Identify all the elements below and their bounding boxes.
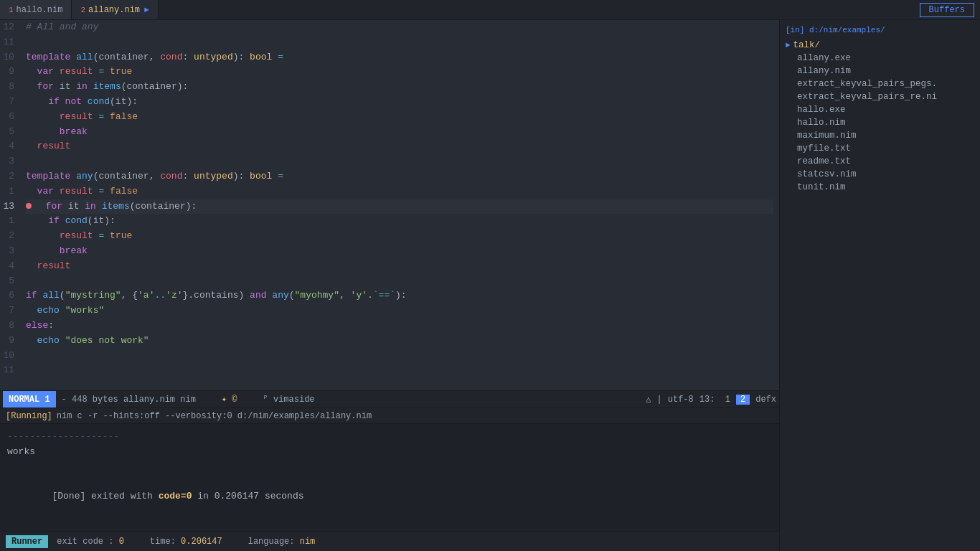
tab-bar-left: 1 hallo.nim 2 allany.nim ► bbox=[0, 0, 159, 19]
ln-4b: 4 bbox=[0, 259, 14, 274]
sidebar-item-hallo-exe[interactable]: hallo.exe bbox=[780, 103, 980, 116]
runner-exit-label: exit code : bbox=[57, 537, 113, 547]
status-icon: ✦ © bbox=[222, 395, 237, 405]
ln-4: 4 bbox=[0, 139, 14, 154]
runner-time-label: time: bbox=[150, 537, 176, 547]
ln-3b: 3 bbox=[0, 244, 14, 259]
sidebar-folder-talk[interactable]: ► talk/ bbox=[780, 39, 980, 52]
ln-11: 11 bbox=[0, 35, 14, 50]
ln-1: 1 bbox=[0, 184, 14, 199]
sidebar-item-statcsv-nim[interactable]: statcsv.nim bbox=[780, 168, 980, 181]
term-blank bbox=[7, 460, 772, 475]
term-done: [Done] exited with code=0 in 0.206147 se… bbox=[7, 474, 772, 519]
sidebar-item-allany-exe[interactable]: allany.exe bbox=[780, 52, 980, 65]
ln-10b: 10 bbox=[0, 349, 14, 364]
code-line-blank4 bbox=[26, 349, 773, 364]
ln-2b: 2 bbox=[0, 229, 14, 244]
term-separator: -------------------- bbox=[7, 430, 772, 445]
code-line-template-all: template all(container, cond: untyped): … bbox=[26, 50, 773, 65]
status-bufnum: 2 bbox=[736, 395, 750, 405]
ln-1b: 1 bbox=[0, 214, 14, 229]
code-line-comment: # All and any bbox=[26, 20, 773, 35]
terminal-pane[interactable]: -------------------- works [Done] exited… bbox=[0, 423, 779, 531]
sidebar-item-extract-keyval-pegs[interactable]: extract_keyval_pairs_pegs. bbox=[780, 77, 980, 90]
running-bar: [Running] nim c -r --hints:off --verbosi… bbox=[0, 408, 779, 423]
code-line-blank5 bbox=[26, 363, 773, 378]
file-label-readme-txt: readme.txt bbox=[797, 156, 851, 166]
status-info-text: - 448 bytes allany.nim nim bbox=[62, 395, 196, 405]
code-line-echo-notwork: echo "does not work" bbox=[26, 334, 773, 349]
main-area: 12 11 10 9 8 7 6 5 4 3 2 1 13 1 2 3 4 5 … bbox=[0, 20, 980, 551]
file-label-allany-nim: allany.nim bbox=[797, 66, 851, 76]
line-numbers: 12 11 10 9 8 7 6 5 4 3 2 1 13 1 2 3 4 5 … bbox=[0, 20, 20, 390]
ln-13: 13 bbox=[0, 199, 14, 215]
ln-6: 6 bbox=[0, 110, 14, 125]
code-line-var-result-true: var result = true bbox=[26, 65, 773, 80]
status-info: - 448 bytes allany.nim nim ✦ © ᴾ vimasid… bbox=[59, 394, 646, 405]
tab-allany-nim[interactable]: 2 allany.nim ► bbox=[72, 0, 158, 19]
ln-5: 5 bbox=[0, 125, 14, 140]
ln-9b: 9 bbox=[0, 334, 14, 349]
runner-bar: Runner exit code : 0 time: 0.206147 lang… bbox=[0, 531, 779, 551]
folder-arrow-icon: ► bbox=[786, 41, 791, 50]
code-line-var-result-false: var result = false bbox=[26, 184, 773, 199]
file-label-maximum-nim: maximum.nim bbox=[797, 131, 857, 141]
ln-2: 2 bbox=[0, 169, 14, 184]
sidebar-item-readme-txt[interactable]: readme.txt bbox=[780, 155, 980, 168]
tab-label-1: hallo.nim bbox=[17, 5, 63, 15]
status-right: △ | utf-8 13: 1 2 defx bbox=[646, 394, 776, 405]
runner-tag: Runner bbox=[6, 535, 48, 548]
code-line-else: else: bbox=[26, 319, 773, 334]
ln-7b: 7 bbox=[0, 303, 14, 319]
runner-time-val: 0.206147 bbox=[181, 537, 222, 547]
tab-hallo-nim[interactable]: 1 hallo.nim bbox=[0, 0, 72, 19]
folder-label-talk: talk/ bbox=[793, 40, 821, 50]
ln-3: 3 bbox=[0, 154, 14, 169]
tab-active-arrow: ► bbox=[144, 6, 149, 14]
status-plugin: ᴾ vimaside bbox=[263, 395, 315, 405]
term-done-prefix: [Done] exited with bbox=[52, 491, 158, 501]
sidebar-item-myfile-txt[interactable]: myfile.txt bbox=[780, 142, 980, 155]
sidebar-path: [in] d:/nim/examples/ bbox=[780, 23, 980, 39]
ln-10: 10 bbox=[0, 50, 14, 65]
tab-num-1: 1 bbox=[9, 6, 14, 14]
code-line-for-items2: for it in items(container): bbox=[26, 199, 773, 215]
sidebar-item-extract-keyval-re[interactable]: extract_keyval_pairs_re.ni bbox=[780, 90, 980, 103]
code-line-blank1 bbox=[26, 35, 773, 50]
buffers-button[interactable]: Buffers bbox=[920, 3, 974, 17]
status-defx: defx bbox=[755, 395, 776, 405]
code-content[interactable]: # All and any template all(container, co… bbox=[20, 20, 779, 390]
ln-12: 12 bbox=[0, 20, 14, 35]
file-label-tunit-nim: tunit.nim bbox=[797, 182, 846, 192]
ln-8b: 8 bbox=[0, 319, 14, 334]
status-warning: △ bbox=[646, 394, 651, 405]
sidebar-item-tunit-nim[interactable]: tunit.nim bbox=[780, 181, 980, 194]
sidebar-item-hallo-nim[interactable]: hallo.nim bbox=[780, 116, 980, 129]
running-cmd: nim c -r --hints:off --verbosity:0 d:/ni… bbox=[57, 411, 372, 421]
sidebar-item-allany-nim[interactable]: allany.nim bbox=[780, 65, 980, 77]
status-encoding: utf-8 bbox=[668, 395, 694, 405]
code-line-result2: result bbox=[26, 259, 773, 274]
ln-9: 9 bbox=[0, 65, 14, 80]
runner-lang-val: nim bbox=[300, 537, 316, 547]
code-line-result-false: result = false bbox=[26, 110, 773, 125]
file-label-extract-re: extract_keyval_pairs_re.ni bbox=[797, 92, 937, 102]
sidebar-item-maximum-nim[interactable]: maximum.nim bbox=[780, 129, 980, 142]
ln-8: 8 bbox=[0, 80, 14, 95]
code-line-break2: break bbox=[26, 244, 773, 259]
sidebar: [in] d:/nim/examples/ ► talk/ allany.exe… bbox=[779, 20, 980, 551]
status-position: 13: 1 bbox=[699, 395, 730, 405]
term-done-code: code=0 bbox=[159, 491, 192, 501]
code-line-result1: result bbox=[26, 139, 773, 154]
status-mode: NORMAL 1 bbox=[3, 391, 56, 408]
term-done-suffix: in 0.206147 seconds bbox=[192, 491, 303, 501]
code-line-result-true: result = true bbox=[26, 229, 773, 244]
runner-info: exit code : 0 time: 0.206147 language: n… bbox=[57, 537, 773, 547]
breakpoint-indicator bbox=[26, 203, 32, 209]
file-label-allany-exe: allany.exe bbox=[797, 53, 851, 63]
code-line-if-not-cond: if not cond(it): bbox=[26, 95, 773, 110]
code-line-template-any: template any(container, cond: untyped): … bbox=[26, 169, 773, 184]
code-line-if-all: if all("mystring", {'a'..'z'}.contains) … bbox=[26, 288, 773, 303]
file-label-myfile-txt: myfile.txt bbox=[797, 143, 851, 154]
code-line-for-items: for it in items(container): bbox=[26, 80, 773, 95]
